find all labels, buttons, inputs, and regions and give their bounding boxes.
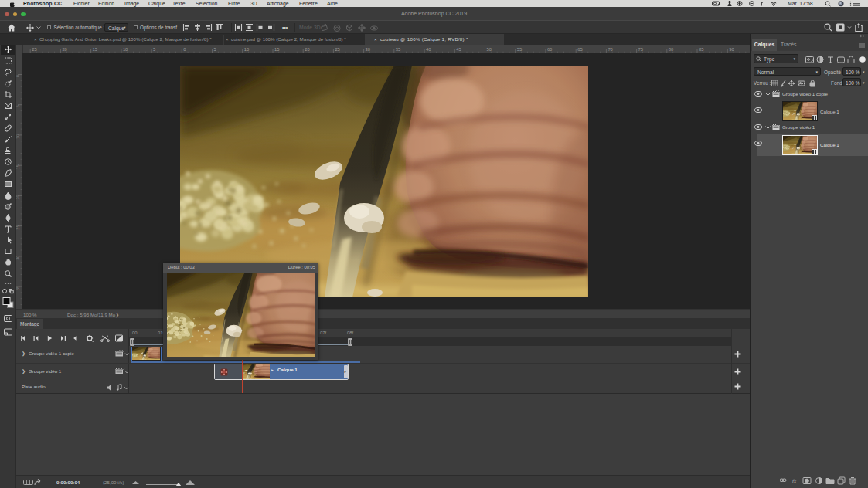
svg-text:75: 75 — [638, 46, 643, 51]
svg-text:25: 25 — [32, 46, 36, 51]
svg-text:5: 5 — [16, 105, 20, 107]
svg-text:10: 10 — [16, 134, 20, 138]
svg-text:85: 85 — [699, 46, 703, 51]
svg-text:10: 10 — [244, 46, 249, 51]
svg-text:55: 55 — [517, 46, 522, 51]
svg-text:fx: fx — [792, 478, 797, 484]
svg-text:25: 25 — [16, 225, 20, 229]
svg-text:70: 70 — [608, 46, 612, 51]
svg-text:20: 20 — [62, 46, 66, 51]
svg-text:10: 10 — [123, 46, 128, 51]
svg-text:5: 5 — [214, 46, 216, 51]
svg-text:50: 50 — [487, 46, 492, 51]
svg-text:20: 20 — [305, 46, 309, 51]
svg-text:15: 15 — [93, 46, 97, 51]
svg-text:90: 90 — [729, 46, 734, 51]
svg-text:30: 30 — [366, 46, 370, 51]
svg-text:65: 65 — [577, 46, 582, 51]
svg-text:15: 15 — [16, 164, 20, 169]
svg-text:20: 20 — [16, 195, 20, 199]
svg-text:15: 15 — [274, 46, 279, 51]
svg-text:0: 0 — [16, 74, 20, 76]
svg-text:40: 40 — [426, 46, 431, 51]
svg-text:60: 60 — [547, 46, 552, 51]
svg-text:35: 35 — [396, 46, 400, 51]
svg-text:45: 45 — [456, 46, 461, 51]
svg-text:5: 5 — [153, 46, 155, 51]
svg-text:30: 30 — [16, 255, 20, 259]
svg-text:35: 35 — [16, 285, 20, 290]
svg-text:0: 0 — [183, 46, 186, 51]
svg-text:25: 25 — [335, 46, 339, 51]
svg-text:80: 80 — [669, 46, 673, 51]
